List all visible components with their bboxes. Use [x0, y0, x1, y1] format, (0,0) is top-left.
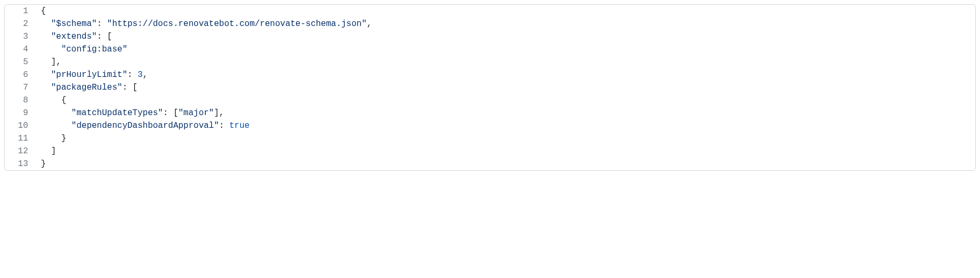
code-token: "https://docs.renovatebot.com/renovate-s… — [107, 19, 367, 29]
code-line: 9 "matchUpdateTypes": ["major"], — [5, 107, 975, 119]
line-content[interactable]: "packageRules": [ — [37, 81, 975, 94]
code-token — [41, 108, 72, 118]
line-content[interactable]: "prHourlyLimit": 3, — [37, 68, 975, 81]
code-token — [41, 83, 51, 92]
line-number[interactable]: 10 — [5, 119, 37, 132]
code-token: : [ — [163, 108, 178, 118]
code-token: } — [41, 134, 66, 143]
code-line: 12 ] — [5, 145, 975, 158]
code-token: } — [41, 159, 46, 169]
code-line: 4 "config:base" — [5, 43, 975, 56]
line-number[interactable]: 7 — [5, 81, 37, 94]
line-content[interactable]: ], — [37, 56, 975, 68]
code-token: ], — [214, 108, 224, 118]
code-token: true — [229, 121, 249, 131]
code-token: : — [219, 121, 229, 131]
line-content[interactable]: "matchUpdateTypes": ["major"], — [37, 107, 975, 119]
line-number[interactable]: 12 — [5, 145, 37, 158]
code-line: 5 ], — [5, 56, 975, 68]
code-viewer: 1{2 "$schema": "https://docs.renovatebot… — [4, 4, 976, 171]
line-content[interactable]: { — [37, 94, 975, 107]
line-content[interactable]: "extends": [ — [37, 30, 975, 43]
code-token: "packageRules" — [51, 83, 122, 92]
line-number[interactable]: 5 — [5, 56, 37, 68]
code-line: 11 } — [5, 132, 975, 145]
code-token: "config:base" — [61, 45, 127, 54]
code-line: 2 "$schema": "https://docs.renovatebot.c… — [5, 18, 975, 30]
code-line: 1{ — [5, 5, 975, 18]
code-token: ] — [41, 146, 56, 156]
code-token — [41, 19, 51, 29]
code-token: "$schema" — [51, 19, 97, 29]
line-content[interactable]: "dependencyDashboardApproval": true — [37, 119, 975, 132]
line-content[interactable]: } — [37, 132, 975, 145]
code-token — [41, 32, 51, 41]
code-token: , — [143, 70, 148, 80]
line-number[interactable]: 2 — [5, 18, 37, 30]
code-token: "prHourlyLimit" — [51, 70, 127, 80]
code-table: 1{2 "$schema": "https://docs.renovatebot… — [5, 5, 975, 170]
code-token — [41, 70, 51, 80]
code-token: : — [97, 19, 107, 29]
line-number[interactable]: 4 — [5, 43, 37, 56]
code-token: : [ — [97, 32, 112, 41]
line-number[interactable]: 3 — [5, 30, 37, 43]
code-line: 7 "packageRules": [ — [5, 81, 975, 94]
code-line: 10 "dependencyDashboardApproval": true — [5, 119, 975, 132]
code-token: "major" — [178, 108, 214, 118]
code-token: 3 — [137, 70, 143, 80]
code-token — [41, 45, 61, 54]
code-token — [41, 121, 72, 131]
code-token: ], — [41, 57, 61, 67]
code-line: 8 { — [5, 94, 975, 107]
code-token: , — [367, 19, 372, 29]
code-line: 3 "extends": [ — [5, 30, 975, 43]
line-number[interactable]: 1 — [5, 5, 37, 18]
code-line: 13} — [5, 158, 975, 170]
line-content[interactable]: "config:base" — [37, 43, 975, 56]
code-token: "matchUpdateTypes" — [72, 108, 163, 118]
code-token: { — [41, 6, 46, 16]
code-token: { — [41, 95, 66, 105]
code-token: "extends" — [51, 32, 97, 41]
line-content[interactable]: ] — [37, 145, 975, 158]
line-number[interactable]: 9 — [5, 107, 37, 119]
line-content[interactable]: "$schema": "https://docs.renovatebot.com… — [37, 18, 975, 30]
line-number[interactable]: 13 — [5, 158, 37, 170]
line-number[interactable]: 6 — [5, 68, 37, 81]
code-token: "dependencyDashboardApproval" — [72, 121, 219, 131]
code-token: : [ — [122, 83, 138, 92]
line-content[interactable]: } — [37, 158, 975, 170]
line-number[interactable]: 11 — [5, 132, 37, 145]
code-token: : — [127, 70, 137, 80]
line-content[interactable]: { — [37, 5, 975, 18]
line-number[interactable]: 8 — [5, 94, 37, 107]
code-line: 6 "prHourlyLimit": 3, — [5, 68, 975, 81]
